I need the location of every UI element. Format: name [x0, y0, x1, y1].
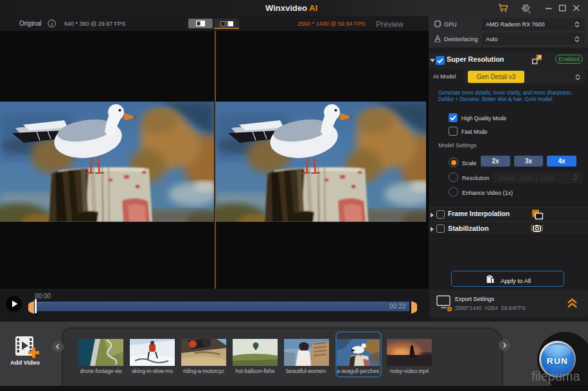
svg-text:i: i	[51, 21, 53, 27]
